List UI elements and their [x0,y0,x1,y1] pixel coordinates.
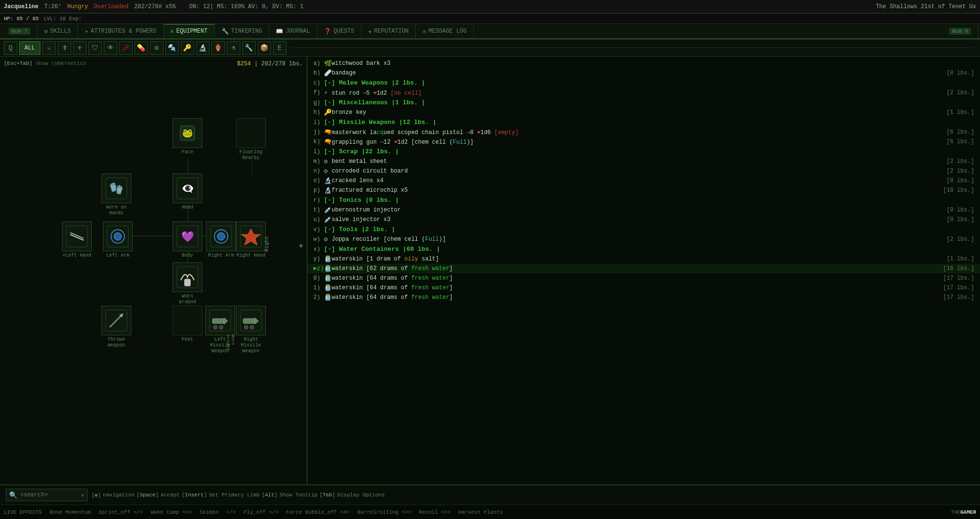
slot-thrown-weapon[interactable]: ThrownWeapon [101,306,131,348]
filter-armor[interactable]: ⚜ [73,41,87,55]
svg-rect-28 [185,279,190,286]
search-clear[interactable]: ✕ [81,492,84,499]
inv-category-misc[interactable]: g) [-] Miscellaneous |1 lbs. | [308,98,980,108]
filter-all[interactable]: ALL [19,41,40,55]
slot-left-missile-box[interactable] [205,306,235,335]
slot-thrown-weapon-box[interactable] [101,306,131,335]
inv-row-p[interactable]: p) 🔬 fractured microchip x5 [10 lbs.] [308,185,980,195]
search-icon: 🔍 [9,491,17,499]
inv-row-z[interactable]: ►z) 🫙 waterskin [62 drams of fresh water… [308,264,980,273]
filter-tool[interactable]: 🔧 [242,41,256,55]
inv-row-m[interactable]: m) ⚙ bent metal sheet [2 lbs.] [308,157,980,166]
tab-tinkering[interactable]: 🔧 TINKERING [215,24,270,38]
slot-worn-wings[interactable]: WornaroundWings [173,262,202,311]
fly-status: Fly_off </> [244,509,279,515]
search-input[interactable] [20,492,78,498]
slot-body-box[interactable]: 💜 [173,222,202,251]
slot-face[interactable]: 🐸 Face [173,118,202,155]
inv-row-h[interactable]: h) 🔑 bronze key [1 lbs.] [308,108,980,117]
inv-category-water[interactable]: x) [-] Water Containers |68 lbs. | [308,244,980,254]
filter-e[interactable]: E [273,41,286,55]
filter-lens[interactable]: 🔬 [196,41,210,55]
slot-body[interactable]: 💜 Body [173,222,202,259]
slot-right-hand[interactable]: Right Hand [236,222,266,259]
tab-num9[interactable]: Num 9 [943,24,978,38]
inv-row-a[interactable]: a) 🌿 witchwood bark x3 [308,59,980,68]
inv-category-tools[interactable]: v) [-] Tools |2 lbs. | [308,224,980,235]
filter-blade[interactable]: 🗡 [58,41,71,55]
inv-row-f[interactable]: f) ⚡ stun rod →5 ❤1d2 [no cell] [2 lbs.] [308,88,980,98]
tab-reputation[interactable]: ★ REPUTATION [361,24,416,38]
tab-attributes[interactable]: ✦ ATTRIBUTES & POWERS [78,24,163,38]
bone-momentum: Bone Momentum [50,509,91,515]
tab-quests[interactable]: ❓ QUESTS [317,24,361,38]
slot-feet[interactable]: Feet [173,306,202,343]
tab-messagelog[interactable]: ✉ MESSAGE LOG [416,24,473,38]
tab-num7[interactable]: Num 7 [2,24,37,38]
category-melee-label: [-] Melee Weapons |2 lbs. | [324,79,425,86]
filter-gear[interactable]: ⚙ [150,41,163,55]
slot-head[interactable]: 👁‍🗨 Head [173,173,202,210]
weight-unit: lbs. [289,61,303,67]
inv-row-1[interactable]: 1) 🫙 waterskin [64 drams of fresh water]… [308,283,980,293]
slot-floating-nearby-label: FloatingNearby [239,149,262,161]
slot-right-hand-box[interactable] [236,222,266,251]
filter-screw[interactable]: 🔩 [165,41,179,55]
svg-point-35 [213,325,217,329]
item-icon-k: 🔫 [324,138,332,146]
tab-skills[interactable]: ⚙ SKILLS [37,24,78,38]
inv-category-tonics[interactable]: r) [-] Tonics |0 lbs. | [308,195,980,205]
slot-worn-wings-box[interactable] [173,262,202,292]
slot-head-box[interactable]: 👁‍🗨 [173,173,202,203]
inv-row-o[interactable]: o) 🔬 cracked lens x4 [8 lbs.] [308,176,980,185]
inv-row-w[interactable]: w) ⚙ Joppa recoiler [chem cell (Full)] [… [308,235,980,244]
slot-feet-box[interactable] [173,306,202,335]
inv-category-scrap[interactable]: l) [-] Scrap |22 lbs. | [308,147,980,157]
slot-left-arm-box[interactable] [103,222,133,251]
hotkey-tooltip-desc: Show Tooltip [279,492,317,498]
item-icon-0: 🫙 [324,274,332,282]
inv-key-x: x) [313,246,324,253]
inv-category-missile[interactable]: i) [-] Missile Weapons |12 lbs. | [308,117,980,127]
inv-row-0[interactable]: 0) 🫙 waterskin [64 drams of fresh water]… [308,273,980,283]
slot-worn-hands-box[interactable]: 🧤 [101,173,131,203]
slot-left-hand[interactable]: «Left Hand [62,222,92,259]
tab-journal[interactable]: 📖 JOURNAL [269,24,317,38]
inv-key-b: b) [313,70,324,76]
item-name-o: cracked lens x4 [332,177,384,184]
filter-shield[interactable]: 🛡 [88,41,102,55]
slot-right-arm-box[interactable] [206,222,236,251]
filter-vessel[interactable]: 🏺 [211,41,225,55]
inv-row-j[interactable]: j) 🔫 masterwork lacqued scoped chain pis… [308,127,980,137]
filter-pill[interactable]: 💊 [135,41,148,55]
tab-equipment[interactable]: ⚔ EQUIPMENT [164,24,215,38]
category-water-label: [-] Water Containers |68 lbs. | [324,246,440,253]
slot-right-arm[interactable]: Right Arm [206,222,236,259]
slot-left-hand-box[interactable] [62,222,92,251]
inv-row-u[interactable]: u) 💉 salve injector x3 [0 lbs.] [308,215,980,224]
filter-flask[interactable]: ⚗ [227,41,240,55]
filter-weapons[interactable]: ⚔ [42,41,56,55]
inv-row-y[interactable]: y) 🫙 waterskin [1 dram of oily salt] [1 … [308,254,980,264]
slot-floating-nearby-box[interactable] [236,118,266,148]
filter-food[interactable]: 🥢 [119,41,133,55]
slot-right-missile[interactable]: RightMissileWeapon [236,306,266,354]
item-weight-k: [6 lbs.] [946,138,974,145]
slot-face-box[interactable]: 🐸 [173,118,202,148]
slot-right-missile-box[interactable] [236,306,266,335]
inv-row-2[interactable]: 2) 🫙 waterskin [64 drams of fresh water]… [308,293,980,302]
filter-box[interactable]: 📦 [258,41,271,55]
inv-row-t[interactable]: t) 💉 ubernostrum injector [0 lbs.] [308,205,980,215]
filter-q[interactable]: Q [4,41,17,55]
filter-key[interactable]: 🔑 [181,41,194,55]
inv-row-k[interactable]: k) 🔫 grappling gun →12 ❤1d2 [chem cell (… [308,137,980,147]
item-icon-t: 💉 [324,206,332,214]
inv-category-melee[interactable]: c) [-] Melee Weapons |2 lbs. | [308,78,980,88]
inv-row-b[interactable]: b) 🩹 bandage [0 lbs.] [308,68,980,78]
filter-eye[interactable]: 👁 [104,41,117,55]
inv-row-n[interactable]: n) ⚙ corroded circuit board [2 lbs.] [308,166,980,176]
search-box[interactable]: 🔍 ✕ [6,489,87,501]
slot-floating-nearby[interactable]: FloatingNearby [236,118,266,161]
slot-worn-hands[interactable]: 🧤 Worn onHands [101,173,131,216]
slot-left-arm[interactable]: Left Arm [103,222,133,259]
